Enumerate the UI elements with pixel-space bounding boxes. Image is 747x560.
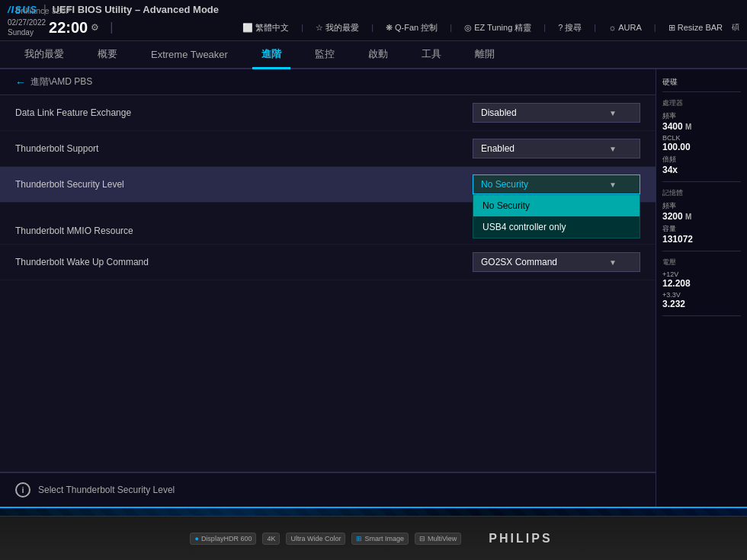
bios-title: UEFI BIOS Utility – Advanced Mode — [53, 4, 219, 15]
main-content: ← 進階\AMD PBS Data Link Feature Exchange … — [0, 69, 747, 507]
settings-table: Data Link Feature Exchange Disabled ▼ Th… — [0, 95, 656, 472]
mem-size-label: 容量 — [662, 224, 741, 234]
right-panel-label: 碩 — [732, 22, 739, 33]
setting-row-tb-support: Thunderbolt Support Enabled ▼ — [0, 131, 656, 167]
monitor-icons-row: ● DisplayHDR 600 4K Ultra Wide Color ⊞ S… — [190, 533, 461, 545]
dropdown-tb-wakeup[interactable]: GO2SX Command ▼ — [473, 252, 640, 272]
4k-badge: 4K — [262, 533, 280, 545]
v3-label: +3.3V — [662, 291, 741, 299]
smart-image-badge: ⊞ Smart Image — [351, 533, 409, 545]
setting-value-tb-support[interactable]: Enabled ▼ — [473, 139, 640, 158]
breadcrumb: ← 進階\AMD PBS — [0, 69, 656, 95]
header-divider-1: | — [110, 21, 113, 34]
dropdown-tb-security[interactable]: No Security ▼ — [473, 174, 640, 194]
dropdown-tb-support[interactable]: Enabled ▼ — [473, 139, 640, 158]
chevron-down-icon-3: ▼ — [609, 181, 617, 189]
qfan-icon[interactable]: ❋ Q-Fan 控制 — [386, 22, 438, 34]
tab-favorites[interactable]: 我的最愛 — [15, 41, 73, 69]
info-panel: i Select Thunderbolt Security Level — [0, 472, 656, 507]
setting-value-data-link[interactable]: Disabled ▼ — [473, 103, 640, 123]
breadcrumb-arrow[interactable]: ← — [15, 76, 26, 88]
breadcrumb-text: 進階\AMD PBS — [30, 75, 92, 88]
tab-boot[interactable]: 啟動 — [359, 41, 397, 69]
bios-container: /ISUS | UEFI BIOS Utility – Advanced Mod… — [0, 0, 747, 560]
datetime-display: 02/27/2022 Sunday 22:00 ⚙ — [8, 18, 99, 37]
uwc-badge: Ultra Wide Color — [286, 533, 345, 545]
setting-label-tb-security: Thunderbolt Security Level — [15, 179, 473, 190]
v3-value: 3.232 — [662, 299, 741, 309]
info-text: Select Thunderbolt Security Level — [38, 485, 175, 495]
right-panel: 硬碟 處理器 頻率 3400 M BCLK 100.00 倍頻 34x 記憶體 … — [656, 69, 747, 507]
favorites-icon[interactable]: ☆ 我的最愛 — [316, 22, 359, 34]
setting-value-tb-security[interactable]: No Security ▼ No Security USB4 controlle… — [473, 174, 640, 194]
cpu-freq-label: 頻率 — [662, 111, 741, 121]
memory-title: 記憶體 — [662, 188, 741, 198]
tab-overview[interactable]: 概要 — [88, 41, 127, 69]
dropdown-option-usb4[interactable]: USB4 controller only — [473, 216, 640, 238]
setting-label-tb-support: Thunderbolt Support — [15, 143, 473, 154]
multiview-badge: ⊟ MultiView — [415, 533, 461, 545]
chevron-down-icon-2: ▼ — [609, 145, 617, 153]
multiplier-value: 34x — [662, 165, 741, 175]
right-panel-header: 硬碟 — [662, 77, 741, 92]
setting-row-tb-security: Thunderbolt Security Level No Security ▼… — [0, 167, 656, 203]
tab-tools[interactable]: 工具 — [412, 41, 450, 69]
monitor-bottom-bar: ● DisplayHDR 600 4K Ultra Wide Color ⊞ S… — [0, 516, 747, 560]
multiplier-label: 倍頻 — [662, 155, 741, 165]
eztuning-icon[interactable]: ◎ EZ Tuning 精靈 — [464, 22, 531, 34]
mem-size-value: 131072 — [662, 234, 741, 245]
info-icon: i — [15, 482, 30, 498]
search-icon[interactable]: ? 搜尋 — [558, 22, 582, 34]
hdr-badge: ● DisplayHDR 600 — [190, 533, 256, 545]
chevron-down-icon-4: ▼ — [609, 258, 617, 267]
philips-label: PHILIPS — [484, 527, 556, 550]
setting-label-data-link: Data Link Feature Exchange — [15, 107, 473, 118]
date-info: 02/27/2022 Sunday — [8, 18, 46, 37]
gear-icon[interactable]: ⚙ — [91, 22, 99, 33]
tab-exit[interactable]: 離開 — [466, 41, 504, 69]
tab-monitor[interactable]: 監控 — [306, 41, 344, 69]
voltage-title: 電壓 — [662, 258, 741, 267]
cpu-title: 處理器 — [662, 98, 741, 108]
header-icons: ⬜ 繁體中文 | ☆ 我的最愛 | ❋ Q-Fan 控制 | ◎ EZ Tuni… — [242, 22, 739, 34]
bclk-label: BCLK — [662, 134, 741, 142]
cpu-freq-value: 3400 M — [662, 121, 741, 132]
right-panel-cpu: 處理器 頻率 3400 M BCLK 100.00 倍頻 34x — [662, 98, 741, 182]
tab-advanced[interactable]: 進階 — [252, 41, 290, 69]
dropdown-data-link[interactable]: Disabled ▼ — [473, 103, 640, 123]
aura-icon[interactable]: ☼ AURA — [608, 23, 642, 32]
chevron-down-icon: ▼ — [609, 109, 617, 117]
time-display: 22:00 — [49, 19, 88, 37]
setting-row-tb-wakeup: Thunderbolt Wake Up Command GO2SX Comman… — [0, 245, 656, 280]
v12-label: +12V — [662, 270, 741, 278]
tab-extreme-tweaker[interactable]: Extreme Tweaker — [142, 43, 237, 69]
left-panel: ← 進階\AMD PBS Data Link Feature Exchange … — [0, 69, 656, 507]
dropdown-option-no-security[interactable]: No Security — [473, 195, 640, 216]
dropdown-menu-tb-security: No Security USB4 controller only — [473, 194, 640, 238]
selected-value: No Security — [481, 179, 528, 190]
bclk-value: 100.00 — [662, 142, 741, 152]
right-panel-memory: 記憶體 頻率 3200 M 容量 131072 — [662, 188, 741, 251]
header-bar: /ISUS | UEFI BIOS Utility – Advanced Mod… — [0, 0, 747, 41]
setting-value-tb-wakeup[interactable]: GO2SX Command ▼ — [473, 252, 640, 272]
setting-row-data-link: Data Link Feature Exchange Disabled ▼ — [0, 95, 656, 131]
right-panel-voltage: 電壓 +12V 12.208 +3.3V 3.232 — [662, 258, 741, 316]
monitor-model: Brilliance 328P — [15, 6, 71, 15]
mem-freq-label: 頻率 — [662, 201, 741, 211]
lang-icon[interactable]: ⬜ 繁體中文 — [242, 22, 289, 34]
resizebar-icon[interactable]: ⊞ Resize BAR — [668, 23, 723, 33]
v12-value: 12.208 — [662, 278, 741, 289]
nav-tabs: 我的最愛 概要 Extreme Tweaker 進階 監控 啟動 工具 離開 — [0, 41, 747, 69]
mem-freq-value: 3200 M — [662, 211, 741, 222]
setting-label-tb-wakeup: Thunderbolt Wake Up Command — [15, 257, 473, 267]
